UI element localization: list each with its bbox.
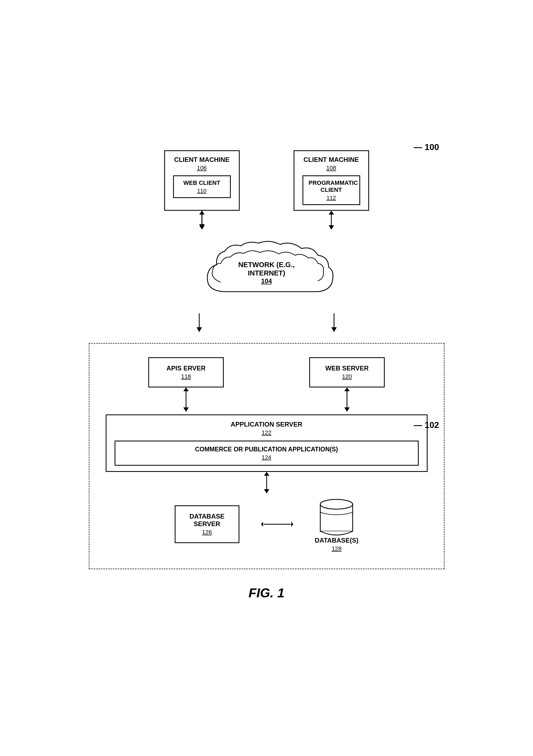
databases-num: 128 [315, 545, 359, 552]
server-row: APIS ERVER 118 WEB SERVER 120 [106, 357, 428, 388]
ref-100-label: — 100 [414, 142, 439, 152]
svg-marker-13 [331, 327, 337, 332]
svg-marker-8 [329, 211, 334, 214]
arrow-appserver-dbserver [263, 472, 271, 496]
commerce-app-num: 124 [121, 454, 413, 461]
svg-marker-24 [261, 522, 263, 526]
client-machine-108-label: CLIENT MACHINE [302, 156, 360, 164]
programmatic-client-num: 112 [309, 195, 354, 201]
programmatic-client-box: PROGRAMMATIC CLIENT 112 [302, 176, 360, 205]
arrow-client2-down [327, 211, 335, 232]
commerce-app-label: COMMERCE OR PUBLICATION APPLICATION(S) [121, 446, 413, 453]
api-server-label: APIS ERVER [160, 364, 212, 372]
web-client-label: WEB CLIENT [179, 179, 225, 186]
figure-label: FIG. 1 [89, 585, 444, 600]
svg-marker-18 [344, 388, 350, 391]
arrow-dbserver-databases [261, 520, 293, 528]
web-server-num: 120 [321, 373, 373, 380]
bottom-row: DATABASE SERVER 126 [106, 496, 428, 552]
svg-marker-22 [264, 489, 269, 494]
api-server-box: APIS ERVER 118 [148, 357, 224, 388]
diagram-container: — 100 CLIENT MACHINE 106 WEB CLIENT 110 … [78, 134, 455, 622]
svg-marker-21 [264, 472, 269, 476]
app-server-num: 122 [114, 429, 419, 436]
arrow-cloud-apis [195, 313, 203, 335]
databases-label: DATABASE(S) [315, 537, 359, 544]
api-server-num: 118 [160, 373, 212, 380]
app-server-box: APPLICATION SERVER 122 COMMERCE OR PUBLI… [106, 415, 428, 472]
server-environment: APIS ERVER 118 WEB SERVER 120 [89, 343, 444, 569]
svg-marker-9 [329, 225, 334, 230]
databases-cylinder: DATABASE(S) 128 [315, 496, 359, 552]
arrow-cloud-webserver [330, 313, 338, 335]
cloud-section: NETWORK (E.G., INTERNET) 104 [89, 238, 444, 308]
programmatic-client-label: PROGRAMMATIC CLIENT [309, 179, 354, 194]
client-machine-106-label: CLIENT MACHINE [173, 156, 231, 164]
arrow-client1-down [198, 211, 206, 232]
web-client-num: 110 [179, 187, 225, 194]
network-cloud: NETWORK (E.G., INTERNET) 104 [186, 238, 347, 308]
svg-marker-5 [199, 211, 205, 214]
db-server-box: DATABASE SERVER 126 [175, 505, 240, 543]
svg-marker-6 [199, 225, 205, 230]
svg-point-27 [320, 500, 353, 509]
svg-marker-19 [344, 407, 350, 412]
top-client-row: CLIENT MACHINE 106 WEB CLIENT 110 CLIENT… [89, 150, 444, 211]
svg-marker-11 [196, 327, 202, 332]
arrow-apis-appserver [182, 388, 190, 415]
client-machine-106: CLIENT MACHINE 106 WEB CLIENT 110 [164, 150, 240, 211]
svg-marker-25 [291, 522, 293, 526]
client-machine-108: CLIENT MACHINE 108 PROGRAMMATIC CLIENT 1… [293, 150, 369, 211]
app-server-title: APPLICATION SERVER [114, 420, 419, 428]
web-client-box: WEB CLIENT 110 [173, 176, 231, 198]
client-machine-106-num: 106 [173, 165, 231, 172]
svg-marker-16 [183, 407, 189, 412]
web-server-box: WEB SERVER 120 [309, 357, 385, 388]
web-server-label: WEB SERVER [321, 364, 373, 372]
network-label: NETWORK (E.G., INTERNET) 104 [226, 261, 307, 285]
cylinder-svg [315, 496, 358, 539]
client-machine-108-num: 108 [302, 165, 360, 172]
commerce-app-box: COMMERCE OR PUBLICATION APPLICATION(S) 1… [114, 441, 419, 466]
svg-marker-15 [183, 388, 189, 391]
db-server-label: DATABASE SERVER [186, 513, 228, 528]
arrow-webserver-appserver [343, 388, 351, 415]
db-server-num: 126 [186, 529, 228, 536]
